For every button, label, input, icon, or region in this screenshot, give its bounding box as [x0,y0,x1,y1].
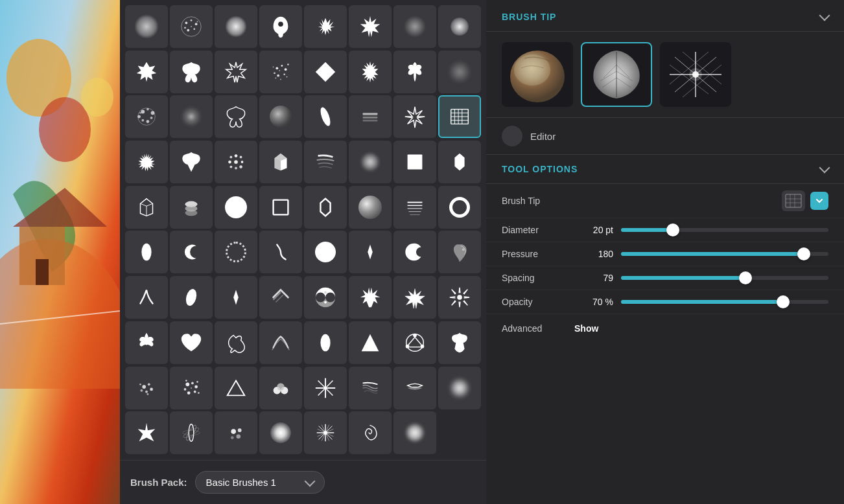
svg-point-94 [191,387,192,389]
brush-cell-54[interactable] [349,276,392,319]
svg-point-32 [147,108,149,111]
brush-cell-59[interactable] [215,321,257,364]
brush-cell-55[interactable] [393,276,436,319]
pressure-slider[interactable] [621,252,828,256]
brush-cell-78[interactable] [349,411,392,454]
brush-tip-stone[interactable] [502,42,573,107]
brush-cell-20[interactable] [259,95,302,138]
brush-cell-19[interactable] [215,95,257,138]
brush-cell-11[interactable] [215,51,257,93]
brush-cell-1[interactable] [125,5,168,48]
brush-cell-17[interactable] [125,95,168,138]
svg-point-84 [147,393,148,395]
brush-tip-leaf[interactable] [581,42,652,107]
brush-cell-29[interactable] [304,141,347,183]
svg-point-67 [462,249,465,251]
brush-cell-43[interactable] [215,231,257,273]
brush-cell-18[interactable] [170,95,213,138]
brush-cell-16[interactable] [438,51,481,93]
brush-cell-41[interactable] [125,231,168,273]
brush-cell-24[interactable] [438,95,481,138]
brush-cell-45[interactable] [304,231,347,273]
svg-point-14 [191,26,192,27]
brush-cell-48[interactable] [438,231,481,273]
brush-cell-22[interactable] [349,95,392,138]
brush-cell-40[interactable] [438,186,481,229]
brush-cell-53[interactable] [304,276,347,319]
brush-cell-10[interactable] [170,51,213,93]
brush-cell-79[interactable] [393,411,436,454]
svg-point-2 [39,97,91,162]
svg-point-39 [318,106,332,127]
brush-cell-56[interactable] [438,276,481,319]
brush-cell-27[interactable] [215,141,257,183]
tool-options-collapse-icon[interactable] [819,163,830,174]
brush-cell-76[interactable] [259,411,302,454]
brush-cell-57[interactable] [125,321,168,364]
brush-cell-13[interactable] [304,51,347,93]
brush-cell-32[interactable] [438,141,481,183]
brush-cell-68[interactable] [259,367,302,409]
brush-cell-9[interactable] [125,51,168,93]
brush-cell-5[interactable] [304,5,347,48]
brush-tip-collapse-icon[interactable] [819,10,830,21]
brush-cell-37[interactable] [304,186,347,229]
brush-tip-spark[interactable] [660,42,731,107]
brush-cell-38[interactable] [349,186,392,229]
brush-cell-60[interactable] [259,321,302,364]
brush-cell-65[interactable] [125,367,168,409]
brush-cell-34[interactable] [170,186,213,229]
brush-cell-73[interactable] [125,411,168,454]
brush-cell-58[interactable] [170,321,213,364]
brush-cell-28[interactable] [259,141,302,183]
brush-cell-62[interactable] [349,321,392,364]
brush-cell-26[interactable] [170,141,213,183]
brush-cell-44[interactable] [259,231,302,273]
brush-cell-21[interactable] [304,95,347,138]
brush-cell-42[interactable] [170,231,213,273]
brush-cell-4[interactable] [259,5,302,48]
brush-cell-3[interactable] [215,5,257,48]
brush-cell-6[interactable] [349,5,392,48]
brush-cell-51[interactable] [215,276,257,319]
brush-cell-61[interactable] [304,321,347,364]
brush-cell-64[interactable] [438,321,481,364]
brush-cell-70[interactable] [349,367,392,409]
brush-cell-49[interactable] [125,276,168,319]
brush-cell-35[interactable] [215,186,257,229]
brush-cell-36[interactable] [259,186,302,229]
spacing-slider[interactable] [621,276,828,280]
brush-cell-77[interactable] [304,411,347,454]
brush-cell-31[interactable] [393,141,436,183]
brush-tip-dropdown-chevron[interactable] [810,192,828,210]
brush-cell-50[interactable] [170,276,213,319]
brush-cell-7[interactable] [393,5,436,48]
brush-cell-52[interactable] [259,276,302,319]
brush-cell-46[interactable] [349,231,392,273]
brush-cell-8[interactable] [438,5,481,48]
brush-cell-30[interactable] [349,141,392,183]
brush-pack-dropdown[interactable]: Basic Brushes 1 [195,471,325,494]
brush-cell-25[interactable] [125,141,168,183]
diameter-slider[interactable] [621,228,828,232]
brush-cell-63[interactable] [393,321,436,364]
brush-cell-2[interactable] [170,5,213,48]
brush-cell-15[interactable] [393,51,436,93]
brush-cell-66[interactable] [170,367,213,409]
brush-tip-mini-thumb[interactable] [782,190,805,211]
opacity-slider[interactable] [621,300,828,304]
brush-cell-75[interactable] [215,411,257,454]
brush-cell-23[interactable] [393,95,436,138]
advanced-show-button[interactable]: Show [574,323,598,334]
brush-cell-33[interactable] [125,186,168,229]
brush-cell-47[interactable] [393,231,436,273]
brush-cell-72[interactable] [438,367,481,409]
brush-grid [120,0,486,460]
brush-cell-69[interactable] [304,367,347,409]
brush-cell-12[interactable] [259,51,302,93]
brush-cell-67[interactable] [215,367,257,409]
brush-cell-74[interactable] [170,411,213,454]
brush-cell-39[interactable] [393,186,436,229]
brush-cell-14[interactable] [349,51,392,93]
brush-cell-71[interactable] [393,367,436,409]
